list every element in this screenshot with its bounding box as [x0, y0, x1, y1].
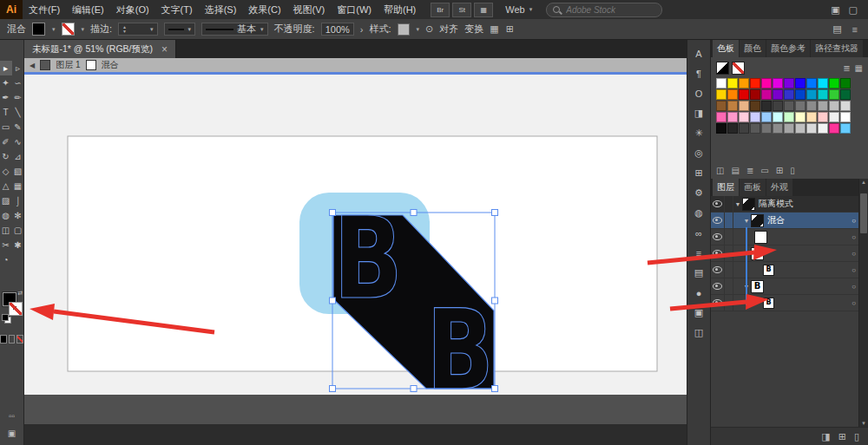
document-tab[interactable]: 未标题-1* @ 51% (RGB/预览) ×	[24, 40, 176, 58]
layer-row-letter-group-2[interactable]: ▼ B ○	[711, 278, 868, 295]
app-window-icon[interactable]: ▢	[849, 4, 858, 16]
disclosure-icon[interactable]: ▼	[733, 201, 742, 207]
transform-buttons-icon[interactable]: ⊞	[506, 23, 514, 35]
color-swatch[interactable]	[829, 78, 839, 88]
pen-tool[interactable]: ✒	[0, 90, 12, 105]
new-swatch-icon[interactable]: ⊞	[776, 166, 783, 175]
target-icon[interactable]: ○	[852, 250, 856, 258]
transform-button[interactable]: 变换	[464, 23, 483, 36]
align-buttons-icon[interactable]: ▦	[490, 23, 498, 35]
gpu-performance-icon[interactable]: ▣	[831, 4, 839, 16]
layer-row-blend[interactable]: ▼ 混合 ○	[711, 213, 868, 229]
target-icon[interactable]: ○	[852, 299, 856, 307]
scroll-up-icon[interactable]: ▲	[861, 179, 866, 187]
tab-layers[interactable]: 图层	[713, 179, 739, 196]
stepper-arrows-icon[interactable]: ▲▼	[122, 25, 127, 34]
layer-thumbnail[interactable]: B	[751, 247, 764, 260]
new-color-group-icon[interactable]: ▭	[760, 166, 768, 175]
bridge-launcher-icon[interactable]: Br	[431, 3, 450, 17]
width-tool[interactable]: ◇	[0, 164, 12, 179]
color-swatch[interactable]	[806, 123, 817, 134]
perspective-grid-tool[interactable]: △	[0, 179, 12, 193]
control-panel-menu-icon[interactable]: ≡	[852, 24, 858, 35]
hand-tool[interactable]: ✱	[12, 238, 24, 252]
color-swatch[interactable]	[761, 78, 772, 88]
default-fill-stroke-icon[interactable]	[2, 314, 11, 324]
layer-row-letter-2[interactable]: B ○	[711, 295, 868, 311]
arrange-documents-icon[interactable]: ▦	[474, 3, 493, 17]
color-swatch[interactable]	[784, 78, 794, 88]
dock-controls-icon[interactable]: ▤	[832, 23, 841, 35]
color-swatch[interactable]	[773, 78, 783, 88]
type-tool[interactable]: T	[0, 105, 12, 120]
layer-label[interactable]: 混合	[767, 214, 785, 226]
color-swatch[interactable]	[750, 101, 760, 111]
chevron-down-icon[interactable]: ▾	[52, 26, 56, 33]
layer-thumbnail[interactable]: B	[763, 265, 774, 276]
lock-toggle[interactable]	[725, 229, 733, 245]
color-swatch[interactable]	[727, 101, 738, 111]
libraries-panel-icon[interactable]: ◫	[688, 323, 709, 343]
fill-color-swatch[interactable]	[32, 23, 45, 36]
chevron-right-icon[interactable]: ›	[360, 24, 364, 35]
blend-tool[interactable]: ◍	[0, 208, 12, 223]
color-swatch[interactable]	[716, 78, 727, 88]
tab-color[interactable]: 颜色	[740, 40, 766, 57]
chevron-down-icon[interactable]: ▾	[150, 26, 154, 33]
color-swatch[interactable]	[784, 89, 794, 100]
lock-toggle[interactable]	[725, 196, 733, 212]
color-swatch[interactable]	[806, 101, 817, 111]
color-mode-button[interactable]	[0, 335, 7, 344]
color-swatch[interactable]	[806, 78, 817, 88]
character-panel-icon[interactable]: A	[688, 43, 709, 63]
color-swatch[interactable]	[727, 123, 738, 134]
list-view-icon[interactable]: ≣	[843, 63, 850, 73]
close-icon[interactable]: ×	[161, 43, 168, 56]
selection-tool[interactable]: ▸	[0, 61, 12, 75]
pencil-tool[interactable]: ✐	[0, 134, 12, 149]
color-swatch[interactable]	[829, 123, 839, 134]
view-menu[interactable]: 视图(V)	[287, 0, 332, 19]
canvas-area[interactable]: ◀ 图层 1 混合 B B	[24, 58, 687, 395]
new-layer-icon[interactable]: ⊞	[838, 431, 846, 442]
color-swatch[interactable]	[727, 89, 738, 100]
rectangle-tool[interactable]: ▭	[0, 120, 12, 134]
links-panel-icon[interactable]: ∞	[688, 223, 709, 243]
lock-toggle[interactable]	[725, 295, 733, 311]
color-swatch[interactable]	[750, 89, 760, 100]
color-swatch[interactable]	[818, 89, 828, 100]
info-panel-icon[interactable]: ◎	[688, 143, 709, 163]
select-menu[interactable]: 选择(S)	[199, 0, 243, 19]
zoom-tool[interactable]: ◔	[0, 252, 12, 267]
stroke-color-swatch[interactable]	[62, 23, 75, 36]
color-swatch[interactable]	[773, 123, 783, 134]
color-swatch[interactable]	[818, 112, 828, 122]
lock-toggle[interactable]	[725, 213, 733, 228]
isolation-object-label[interactable]: 混合	[102, 59, 119, 71]
brush-definition-dropdown[interactable]: ▾	[164, 23, 196, 36]
make-mask-icon[interactable]: ◨	[821, 431, 830, 442]
chevron-down-icon[interactable]: ▾	[82, 26, 85, 33]
color-swatch[interactable]	[716, 89, 727, 100]
magic-wand-tool[interactable]: ✦	[0, 75, 12, 90]
isolation-layer-label[interactable]: 图层 1	[56, 59, 80, 71]
lock-toggle[interactable]	[725, 278, 733, 294]
swatch-libraries-icon[interactable]: ◫	[716, 166, 724, 175]
color-swatch[interactable]	[750, 78, 760, 88]
help-menu[interactable]: 帮助(H)	[378, 0, 422, 19]
visibility-toggle[interactable]	[711, 229, 725, 245]
layer-thumbnail[interactable]	[754, 231, 767, 244]
target-icon[interactable]: ○	[852, 233, 856, 241]
tab-swatches[interactable]: 色板	[713, 40, 739, 57]
visibility-toggle[interactable]	[711, 295, 725, 311]
color-swatch[interactable]	[840, 123, 851, 134]
back-arrow-icon[interactable]: ◀	[30, 62, 35, 69]
rotate-tool[interactable]: ↻	[0, 149, 12, 164]
file-menu[interactable]: 文件(F)	[23, 0, 66, 19]
color-swatch[interactable]	[773, 89, 783, 100]
color-swatch[interactable]	[795, 78, 806, 88]
layer-thumbnail[interactable]: B	[751, 280, 764, 293]
color-swatch[interactable]	[818, 78, 828, 88]
stock-search[interactable]	[546, 3, 662, 17]
curvature-tool[interactable]: ✏	[12, 90, 24, 105]
